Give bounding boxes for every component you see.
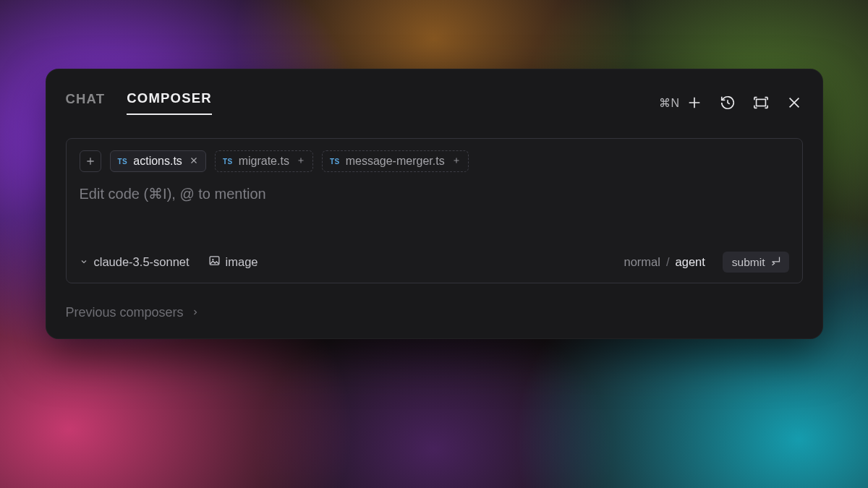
chevron-right-icon <box>191 305 200 320</box>
context-chip[interactable]: TSmigrate.ts <box>215 150 313 172</box>
enter-icon <box>770 255 781 269</box>
mode-toggle[interactable]: normal / agent <box>624 255 705 269</box>
chip-filename: actions.ts <box>133 155 182 168</box>
expand-icon[interactable] <box>752 94 770 111</box>
image-icon <box>208 254 221 270</box>
svg-rect-1 <box>210 257 219 265</box>
history-icon[interactable] <box>719 94 736 111</box>
tab-composer[interactable]: COMPOSER <box>127 90 212 115</box>
chip-filename: migrate.ts <box>239 155 289 168</box>
model-picker[interactable]: claude-3.5-sonnet <box>80 255 190 269</box>
composer-footer: claude-3.5-sonnet image normal / agent s… <box>80 252 789 273</box>
chip-filename: message-merger.ts <box>346 155 445 168</box>
submit-label: submit <box>732 256 765 269</box>
ts-badge: TS <box>330 158 340 166</box>
context-chip[interactable]: TSmessage-merger.ts <box>322 150 469 172</box>
ts-badge: TS <box>118 158 128 166</box>
svg-rect-0 <box>756 99 765 106</box>
attach-image-button[interactable]: image <box>208 254 258 270</box>
mode-tabs: CHAT COMPOSER <box>66 90 212 115</box>
previous-composers-button[interactable]: Previous composers <box>66 305 200 320</box>
prompt-area <box>80 185 789 252</box>
svg-point-2 <box>212 259 213 260</box>
composer-box: TSactions.tsTSmigrate.tsTSmessage-merger… <box>66 138 803 283</box>
add-chip-icon[interactable] <box>297 155 305 168</box>
top-actions: ⌘N <box>659 94 803 111</box>
remove-chip-icon[interactable] <box>190 155 198 168</box>
new-shortcut-label: ⌘N <box>659 96 680 110</box>
top-bar: CHAT COMPOSER ⌘N <box>66 90 803 115</box>
ts-badge: TS <box>223 158 233 166</box>
mode-normal[interactable]: normal <box>624 255 660 269</box>
composer-panel: CHAT COMPOSER ⌘N <box>46 69 823 339</box>
chevron-down-icon <box>80 255 88 269</box>
close-icon[interactable] <box>786 94 803 111</box>
new-composer-button[interactable]: ⌘N <box>659 94 703 111</box>
add-chip-icon[interactable] <box>452 155 461 168</box>
prompt-input[interactable] <box>80 185 789 218</box>
mode-separator: / <box>666 255 670 269</box>
model-name: claude-3.5-sonnet <box>94 255 190 269</box>
mode-agent[interactable]: agent <box>676 255 705 269</box>
context-chips-row: TSactions.tsTSmigrate.tsTSmessage-merger… <box>80 150 789 172</box>
plus-icon <box>686 94 703 111</box>
image-label: image <box>226 255 258 269</box>
add-context-button[interactable] <box>80 150 101 172</box>
context-chip[interactable]: TSactions.ts <box>110 150 206 172</box>
submit-button[interactable]: submit <box>723 252 789 273</box>
previous-composers-label: Previous composers <box>66 305 184 320</box>
tab-chat[interactable]: CHAT <box>66 91 106 114</box>
